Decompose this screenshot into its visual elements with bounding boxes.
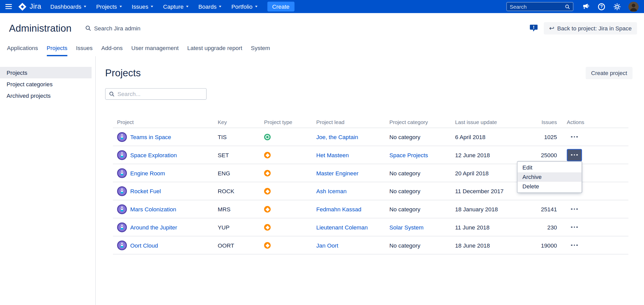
jira-logo-icon <box>18 2 27 11</box>
project-avatar-rocket-icon <box>117 186 127 196</box>
row-actions-button-active[interactable] <box>567 149 582 161</box>
last-issue-update: 11 December 2017 <box>451 188 512 194</box>
nav-issues[interactable]: Issues <box>132 3 153 10</box>
table-header-row: Project Key Project type Project lead Pr… <box>113 116 628 128</box>
project-avatar-rocket-icon <box>117 240 127 250</box>
row-actions-button[interactable] <box>567 203 582 215</box>
project-category-link[interactable]: Solar System <box>385 224 451 230</box>
tab-applications[interactable]: Applications <box>7 45 38 56</box>
project-lead-link[interactable]: Lieutenant Coleman <box>316 224 368 230</box>
section-title: Projects <box>105 67 141 79</box>
project-lead-link[interactable]: Joe, the Captain <box>316 133 358 140</box>
nav-dashboards[interactable]: Dashboards <box>50 3 86 10</box>
nav-capture[interactable]: Capture <box>163 3 189 10</box>
table-row: Mars Colonization MRS Fedmahn Kassad No … <box>113 200 628 218</box>
row-actions-button[interactable] <box>567 221 582 233</box>
project-lead-link[interactable]: Jan Oort <box>316 242 338 249</box>
project-category: No category <box>385 188 451 194</box>
table-row: Around the Jupiter YUP Lieutenant Colema… <box>113 218 628 236</box>
sidebar: Projects Project categories Archived pro… <box>0 56 96 305</box>
jira-logo[interactable]: Jira <box>18 2 41 11</box>
project-lead-link[interactable]: Het Masteen <box>316 152 349 158</box>
navbar-search-box[interactable] <box>506 2 573 11</box>
project-name-link[interactable]: Mars Colonization <box>130 206 176 212</box>
project-type-software-icon <box>264 133 271 140</box>
col-project-lead: Project lead <box>312 119 385 125</box>
project-key: OORT <box>214 242 260 249</box>
table-row: Oort Cloud OORT Jan Oort No category 18 … <box>113 236 628 254</box>
menu-item-delete[interactable]: Delete <box>518 182 582 191</box>
question-mark-glyph: ? <box>598 3 605 10</box>
row-actions-button[interactable] <box>567 239 582 251</box>
tab-latest-upgrade-report[interactable]: Latest upgrade report <box>187 45 242 56</box>
project-key: ENG <box>214 170 260 176</box>
chevron-down-icon <box>151 6 153 7</box>
menu-item-archive[interactable]: Archive <box>518 172 582 182</box>
megaphone-icon[interactable] <box>582 3 589 10</box>
tab-issues[interactable]: Issues <box>76 45 93 56</box>
create-project-button[interactable]: Create project <box>586 67 633 79</box>
nav-projects[interactable]: Projects <box>96 3 122 10</box>
create-button[interactable]: Create <box>267 2 294 11</box>
issue-count: 25141 <box>513 206 559 212</box>
nav-boards[interactable]: Boards <box>198 3 221 10</box>
menu-item-edit[interactable]: Edit <box>518 163 582 172</box>
project-name-link[interactable]: Around the Jupiter <box>130 224 177 230</box>
chevron-down-icon <box>255 6 257 7</box>
project-key: TIS <box>214 133 260 140</box>
admin-search[interactable]: Search Jira admin <box>85 25 140 31</box>
project-search-box[interactable] <box>105 88 207 100</box>
user-avatar[interactable] <box>628 2 639 12</box>
project-search-input[interactable] <box>118 91 203 97</box>
project-type-business-icon <box>264 188 271 195</box>
tab-add-ons[interactable]: Add-ons <box>101 45 123 56</box>
project-key: MRS <box>214 206 260 212</box>
main-content: Projects Create project Project Key Proj… <box>96 56 644 305</box>
project-lead-link[interactable]: Master Engineer <box>316 170 358 176</box>
admin-header: Administration Search Jira admin ↩ Back … <box>0 13 644 43</box>
issue-count: 1025 <box>513 133 559 140</box>
gear-icon[interactable] <box>614 3 620 10</box>
project-name-link[interactable]: Space Exploration <box>130 152 177 158</box>
project-category-link[interactable]: Space Projects <box>385 152 451 158</box>
project-avatar-rocket-icon <box>117 150 127 160</box>
nav-portfolio[interactable]: Portfolio <box>231 3 257 10</box>
project-type-business-icon <box>264 206 271 213</box>
admin-tabs: Applications Projects Issues Add-ons Use… <box>0 43 644 56</box>
return-arrow-icon: ↩ <box>549 25 554 31</box>
last-issue-update: 20 April 2018 <box>451 170 512 176</box>
page-title: Administration <box>9 22 71 34</box>
project-name-link[interactable]: Oort Cloud <box>130 242 158 249</box>
project-name-link[interactable]: Engine Room <box>130 170 165 176</box>
feedback-bubble-icon[interactable] <box>530 25 538 31</box>
issue-count: 230 <box>513 224 559 230</box>
tab-user-management[interactable]: User management <box>131 45 179 56</box>
col-key: Key <box>214 119 260 125</box>
hamburger-menu-icon[interactable] <box>5 4 12 9</box>
last-issue-update: 12 June 2018 <box>451 152 512 158</box>
project-avatar-rocket-icon <box>117 168 127 178</box>
project-key: YUP <box>214 224 260 230</box>
project-lead-link[interactable]: Fedmahn Kassad <box>316 206 361 212</box>
project-category: No category <box>385 133 451 140</box>
jira-brand-text: Jira <box>30 3 41 11</box>
page: Jira Dashboards Projects Issues Capture … <box>0 0 644 305</box>
tab-system[interactable]: System <box>251 45 270 56</box>
navbar-search-input[interactable] <box>510 4 565 10</box>
project-type-business-icon <box>264 170 271 177</box>
col-project-type: Project type <box>260 119 312 125</box>
chevron-down-icon <box>219 6 221 7</box>
search-icon <box>85 25 91 31</box>
sidebar-item-archived-projects[interactable]: Archived projects <box>0 90 92 101</box>
help-icon[interactable]: ? <box>598 3 605 10</box>
tab-projects[interactable]: Projects <box>46 45 67 56</box>
project-lead-link[interactable]: Ash Iceman <box>316 188 347 194</box>
sidebar-item-project-categories[interactable]: Project categories <box>0 78 92 90</box>
col-actions: Actions <box>559 119 628 125</box>
back-to-project-button[interactable]: ↩ Back to project: Jira in Space <box>544 22 637 34</box>
project-type-business-icon <box>264 224 271 231</box>
project-name-link[interactable]: Rocket Fuel <box>130 188 161 194</box>
project-name-link[interactable]: Teams in Space <box>130 133 171 140</box>
row-actions-button[interactable] <box>567 131 582 143</box>
sidebar-item-projects[interactable]: Projects <box>0 67 92 78</box>
